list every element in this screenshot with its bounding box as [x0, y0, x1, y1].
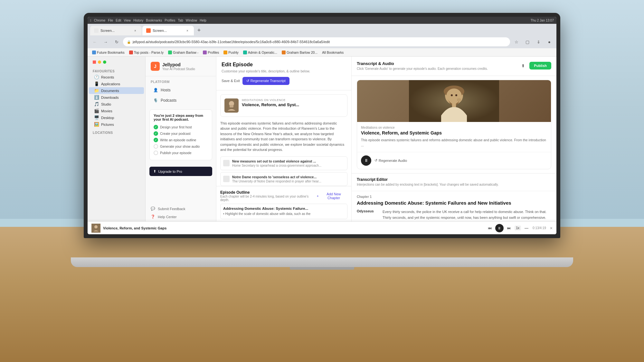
finder-item-applications[interactable]: 📱 Applications — [89, 80, 144, 87]
forward-button[interactable]: → — [101, 37, 110, 46]
jp-onboarding: You're just 2 steps away from your first… — [149, 109, 212, 160]
os-menu-file[interactable]: File — [108, 19, 113, 22]
os-menu-window[interactable]: Window — [186, 19, 197, 22]
jp-nav-hosts-label: Hosts — [161, 88, 171, 92]
hosts-icon: 👤 — [153, 88, 158, 92]
tab-close-active[interactable]: × — [185, 28, 190, 33]
help-center-link[interactable]: ❓ Help Center — [146, 213, 216, 221]
add-chapter-button[interactable]: + Add New Chapter — [317, 192, 347, 200]
finder-item-movies[interactable]: 🎬 Movies — [89, 107, 144, 114]
player-close-button[interactable]: × — [550, 226, 553, 231]
speaker-text: Every thirty seconds, the police in the … — [383, 209, 551, 220]
bookmark-future[interactable]: Future Bookmarks — [90, 50, 127, 55]
chapter-number: Chapter 1 — [357, 195, 551, 199]
player-time: 0:13/4:19 — [533, 226, 546, 230]
transcript-upload-btn[interactable]: ⬆ — [518, 61, 527, 70]
bookmark-graham2[interactable]: Graham Barlow 20... — [280, 50, 319, 55]
bookmark-all[interactable]: All Bookmarks — [320, 50, 346, 55]
save-exit-button[interactable]: Save & Exit — [222, 79, 240, 83]
play-pause-button[interactable]: ⏸ — [361, 155, 371, 166]
bookmark-pushly[interactable]: Pushly — [222, 50, 241, 55]
player-rewind-button[interactable]: ⏮ — [486, 225, 493, 232]
transcript-editor-section: Transcript Editor Interjections can be a… — [352, 173, 556, 191]
window-close[interactable] — [93, 60, 96, 64]
bookmark-profiles[interactable]: Profiles — [201, 50, 221, 55]
finder-locations-heading: Locations — [88, 130, 145, 135]
regenerate-transcript-button[interactable]: ↺ Regenerate Transcript — [242, 77, 289, 85]
chapter-outline-item: Addressing Domestic Abuse: Systemic Fail… — [220, 204, 347, 219]
jp-logo: J Jellypod Your AI Podcast Studio — [146, 57, 216, 76]
preview-image — [357, 80, 551, 122]
os-menu-profiles[interactable]: Profiles — [165, 19, 175, 22]
finder-favorites-section: Favourites 🕐 Recents 📱 Applications 📁 — [88, 69, 145, 128]
svg-point-8 — [451, 94, 453, 96]
download-btn[interactable]: ⇓ — [534, 37, 543, 46]
finder-desktop-label: Desktop — [101, 116, 114, 120]
article-2-source: The University of Notre Dame responded i… — [232, 180, 321, 183]
os-menu-view[interactable]: View — [124, 19, 131, 22]
jp-logo-name: Jellypod — [162, 62, 195, 67]
jp-nav-podcasts[interactable]: 🎙️ Podcasts — [148, 96, 213, 105]
studio-icon: 🎵 — [94, 102, 99, 107]
player-play-button[interactable]: ⏸ — [495, 224, 504, 232]
finder-window-controls — [88, 57, 145, 66]
tab-close-inactive[interactable]: × — [133, 28, 138, 33]
finder-item-pictures[interactable]: 🖼️ Pictures — [89, 121, 144, 128]
jp-nav-hosts[interactable]: 👤 Hosts — [148, 85, 213, 95]
bookmark-admin[interactable]: Admin & Operatic... — [241, 50, 279, 55]
player-forward-button[interactable]: ⏭ — [506, 225, 513, 232]
extension-btn[interactable]: ▢ — [523, 37, 532, 46]
regenerate-audio-button[interactable]: ↺ Regenerate Audio — [374, 158, 407, 162]
os-menu-tab[interactable]: Tab — [178, 19, 183, 22]
bookmark-label-5: Pushly — [228, 51, 239, 54]
os-menu-edit[interactable]: Edit — [116, 19, 121, 22]
finder-item-downloads[interactable]: ⬇️ Downloads — [89, 94, 144, 101]
back-button[interactable]: ← — [90, 37, 99, 46]
window-minimize[interactable] — [98, 60, 101, 64]
outline-title-info: Episode Outline Each chapter will be 2-4… — [220, 190, 317, 202]
bookmark-graham[interactable]: Graham Barlow - — [166, 50, 200, 55]
laptop-hinge — [290, 267, 354, 270]
jp-step-4: Generate your show audio — [154, 143, 208, 150]
laptop-bezel:  Chrome File Edit View History Bookmark… — [84, 13, 560, 238]
jp-logo-text: Jellypod Your AI Podcast Studio — [162, 62, 195, 71]
publish-button[interactable]: Publish — [529, 62, 551, 70]
tab-active[interactable]: Screen... × — [142, 26, 194, 35]
reload-button[interactable]: ↻ — [112, 37, 121, 46]
new-tab-button[interactable]: + — [194, 26, 204, 35]
submit-feedback-link[interactable]: 💬 Submit Feedback — [146, 205, 216, 213]
bookmark-star[interactable]: ☆ — [512, 37, 521, 46]
window-maximize[interactable] — [103, 60, 106, 64]
address-bar[interactable]: 🔒 jellypod.ai/studio/podcasts/283cbc90-5… — [123, 37, 510, 46]
tab-favicon-inactive — [94, 28, 99, 33]
finder-item-studio[interactable]: 🎵 Studio — [89, 101, 144, 107]
clock-icon: 🕐 — [94, 75, 99, 79]
finder-downloads-label: Downloads — [101, 96, 118, 99]
svg-rect-12 — [457, 98, 458, 101]
finder-favorites-heading: Favourites — [88, 69, 145, 74]
episode-card: Meditations on violence Violence, Reform… — [220, 94, 347, 117]
finder-item-desktop[interactable]: 🖥️ Desktop — [89, 114, 144, 121]
audio-controls: ⏸ ↺ Regenerate Audio — [357, 152, 551, 169]
podcasts-icon: 🎙️ — [153, 98, 158, 103]
os-menu-bookmarks[interactable]: Bookmarks — [146, 19, 162, 22]
article-1-title: New measures set out to combat violence … — [232, 159, 321, 163]
os-menu-chrome[interactable]: Chrome — [94, 19, 106, 22]
tab-bar: Screen... × Screen... × + — [88, 24, 556, 35]
bookmark-favicon-2 — [129, 51, 133, 54]
os-menu-help[interactable]: Help — [200, 19, 206, 22]
profile-btn[interactable]: ● — [545, 37, 554, 46]
step-4-empty — [154, 144, 158, 149]
tab-inactive[interactable]: Screen... × — [90, 26, 142, 35]
article-2: Notre Dame responds to 'senseless act of… — [220, 172, 347, 186]
os-menu-history[interactable]: History — [133, 19, 143, 22]
upgrade-label: Upgrade to Pro — [158, 170, 182, 173]
bookmark-top-posts[interactable]: Top posts - Parse.ly — [127, 50, 166, 55]
upgrade-pro-button[interactable]: ⬆ Upgrade to Pro — [149, 167, 212, 176]
player-speed-control[interactable]: 1x — [515, 226, 521, 230]
finder-item-recents[interactable]: 🕐 Recents — [89, 74, 144, 80]
finder-item-documents[interactable]: 📁 Documents — [89, 87, 144, 94]
player-more-btn[interactable]: — — [523, 225, 530, 232]
bookmark-favicon-4 — [203, 51, 207, 54]
feedback-label: Submit Feedback — [158, 207, 185, 211]
